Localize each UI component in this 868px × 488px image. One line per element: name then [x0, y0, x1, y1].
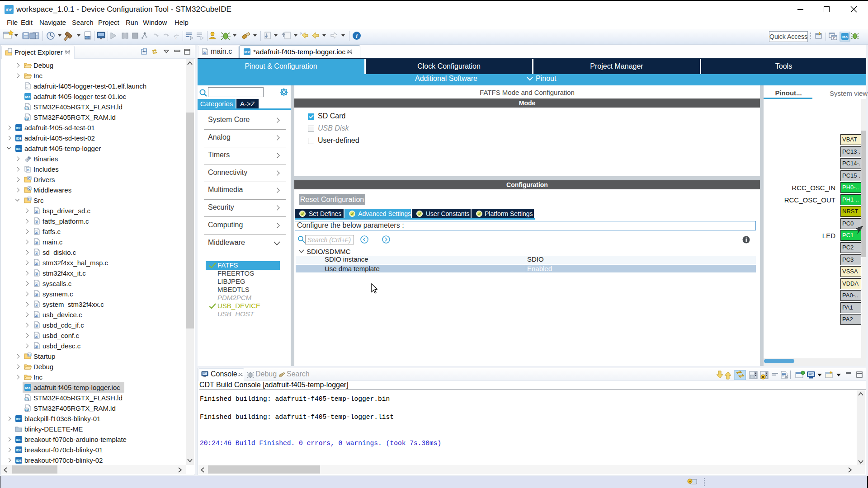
svg-text:010: 010	[85, 36, 90, 39]
svg-text:MX: MX	[842, 35, 848, 39]
svg-text:IDE: IDE	[5, 8, 12, 12]
svg-text:C: C	[833, 37, 835, 40]
svg-text:i: i	[356, 33, 358, 39]
svg-text:.c: .c	[175, 36, 177, 40]
